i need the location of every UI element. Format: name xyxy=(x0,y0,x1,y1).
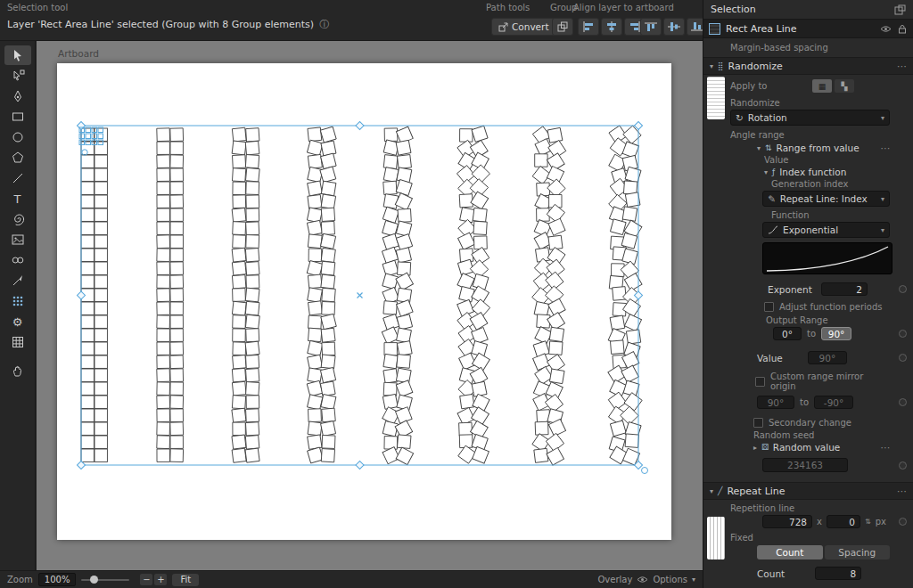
polygon-tool-button[interactable] xyxy=(4,148,31,167)
adjust-periods-checkbox[interactable] xyxy=(764,302,774,312)
convert-icon xyxy=(498,22,508,32)
fit-button[interactable]: Fit xyxy=(172,574,199,586)
panel-header: Selection xyxy=(703,0,913,19)
randomize-menu-icon[interactable]: ⋯ xyxy=(897,61,907,72)
to-label: to xyxy=(800,397,809,407)
count-spacing-toggle: Count Spacing xyxy=(703,545,913,559)
artboard[interactable] xyxy=(57,63,671,540)
random-seed-field[interactable]: 234163 xyxy=(762,458,848,472)
group-button[interactable] xyxy=(552,18,573,36)
range-menu-icon[interactable]: ⋯ xyxy=(881,143,891,153)
convert-button[interactable]: Convert xyxy=(491,18,556,36)
options-caret-icon[interactable]: ▾ xyxy=(692,576,695,584)
mirror-max-field[interactable]: -90° xyxy=(814,396,853,409)
mirror-range-options-button[interactable] xyxy=(899,398,907,406)
stepper-icon[interactable]: ⇅ xyxy=(865,518,871,526)
mirror-range-row: 90° to -90° xyxy=(703,396,913,409)
repeat-line-section-header[interactable]: ▾ ╱ Repeat Line ⋯ xyxy=(703,482,913,500)
layer-visibility-eye-icon[interactable] xyxy=(880,25,892,33)
output-max-field[interactable]: 90° xyxy=(821,327,851,340)
line-tool-button[interactable] xyxy=(4,168,31,188)
zoom-out-button[interactable]: − xyxy=(140,574,152,585)
status-bar: Zoom 100% − + Fit Overlay Options ▾ xyxy=(0,570,703,588)
count-field[interactable]: 8 xyxy=(815,567,861,580)
secondary-change-checkbox[interactable] xyxy=(753,418,763,428)
exponent-options-button[interactable] xyxy=(899,285,907,293)
selection-arrow-icon xyxy=(11,48,25,62)
spacing-mode-button[interactable]: Spacing xyxy=(825,545,891,559)
pen-icon: ✎ xyxy=(768,193,776,204)
repetition-y-field[interactable]: 0 xyxy=(827,515,860,528)
repeat-line-menu-icon[interactable]: ⋯ xyxy=(897,486,907,497)
direct-selection-tool-button[interactable] xyxy=(4,66,31,86)
generation-index-dropdown[interactable]: ✎ Repeat Line: Index ▾ xyxy=(762,191,890,207)
pan-tool-button[interactable] xyxy=(4,361,31,380)
direct-select-icon xyxy=(11,69,25,83)
range-from-value-header[interactable]: ▾ ⇅ Range from value ⋯ xyxy=(703,143,913,153)
info-icon[interactable]: ⓘ xyxy=(319,18,329,31)
align-middle-v-button[interactable] xyxy=(663,18,685,36)
align-center-h-button[interactable] xyxy=(601,18,622,36)
index-function-title: Index function xyxy=(779,167,846,177)
function-dropdown[interactable]: Exponential ▾ xyxy=(762,222,890,238)
align-center-h-icon xyxy=(605,21,618,32)
function-label: Function xyxy=(771,210,810,220)
repetition-x-field[interactable]: 728 xyxy=(762,515,812,528)
collapse-arrow-icon[interactable]: ▾ xyxy=(710,62,713,70)
align-top-icon xyxy=(645,21,657,32)
artboard-canvas[interactable] xyxy=(57,63,671,540)
align-top-button[interactable] xyxy=(640,18,662,36)
pattern-dots-icon xyxy=(11,294,25,308)
randomize-target-dropdown[interactable]: ↻ Rotation ▾ xyxy=(730,110,890,126)
overlay-eye-icon[interactable] xyxy=(637,576,648,584)
selection-tool-button[interactable] xyxy=(4,45,31,65)
layer-lock-icon[interactable] xyxy=(898,24,907,34)
randomize-section-header[interactable]: ▾ ⣿ Randomize ⋯ xyxy=(703,57,913,75)
repetition-options-button[interactable] xyxy=(899,518,907,526)
mesh-tool-button[interactable] xyxy=(4,332,31,352)
exponent-label: Exponent xyxy=(768,284,812,295)
zoom-slider[interactable] xyxy=(81,575,129,585)
spiral-tool-button[interactable] xyxy=(4,209,31,229)
node-tool-button[interactable] xyxy=(4,86,31,106)
function-curve-preview[interactable] xyxy=(762,242,892,274)
panel-menu-icon[interactable] xyxy=(894,4,906,15)
options-label[interactable]: Options xyxy=(653,575,687,584)
collapse-arrow-icon[interactable]: ▾ xyxy=(710,487,713,495)
text-tool-button[interactable]: T xyxy=(4,189,31,208)
brush-tool-button[interactable] xyxy=(4,271,31,290)
zoom-value-field[interactable]: 100% xyxy=(38,573,77,586)
exponent-field[interactable]: 2 xyxy=(821,282,868,296)
top-bar: Selection tool Path tools Group Align la… xyxy=(0,0,703,41)
image-tool-button[interactable] xyxy=(4,230,31,249)
output-min-field[interactable]: 0° xyxy=(773,327,802,340)
collapse-arrow-icon: ▾ xyxy=(757,144,761,152)
random-value-header[interactable]: ▸ ⚄ Random value ⋯ xyxy=(703,442,913,453)
zoom-in-button[interactable]: + xyxy=(154,574,167,585)
value-field[interactable]: 90° xyxy=(808,351,847,364)
output-range-options-button[interactable] xyxy=(899,330,907,338)
apply-to-style-button[interactable]: ▚ xyxy=(835,79,854,93)
rectangle-tool-button[interactable] xyxy=(4,107,31,127)
apply-to-transform-button[interactable]: ▦ xyxy=(812,79,832,93)
canvas-area[interactable]: Artboard xyxy=(37,41,703,570)
value-options-button[interactable] xyxy=(899,354,907,362)
mirror-min-field[interactable]: 90° xyxy=(757,396,794,409)
randomize-section-icon: ⣿ xyxy=(718,61,724,70)
effects-tool-button[interactable]: ⚙ xyxy=(4,312,31,331)
align-left-button[interactable] xyxy=(578,18,599,36)
random-value-title: Random value xyxy=(773,442,841,453)
seed-options-button[interactable] xyxy=(899,461,907,470)
blend-tool-button[interactable] xyxy=(4,250,31,270)
count-mode-button[interactable]: Count xyxy=(757,545,823,559)
curve-icon xyxy=(768,225,778,234)
pattern-tool-button[interactable] xyxy=(4,291,31,311)
index-function-header[interactable]: ▾ ƒ Index function xyxy=(703,167,913,177)
mirror-origin-checkbox[interactable] xyxy=(755,377,765,387)
zoom-slider-knob[interactable] xyxy=(90,576,98,584)
random-value-menu-icon[interactable]: ⋯ xyxy=(881,442,891,453)
function-icon: ƒ xyxy=(772,167,775,176)
selected-layer-row[interactable]: Rect Area Line xyxy=(703,19,913,38)
ellipse-tool-button[interactable] xyxy=(4,127,31,147)
generation-index-label: Generation index xyxy=(771,179,848,189)
